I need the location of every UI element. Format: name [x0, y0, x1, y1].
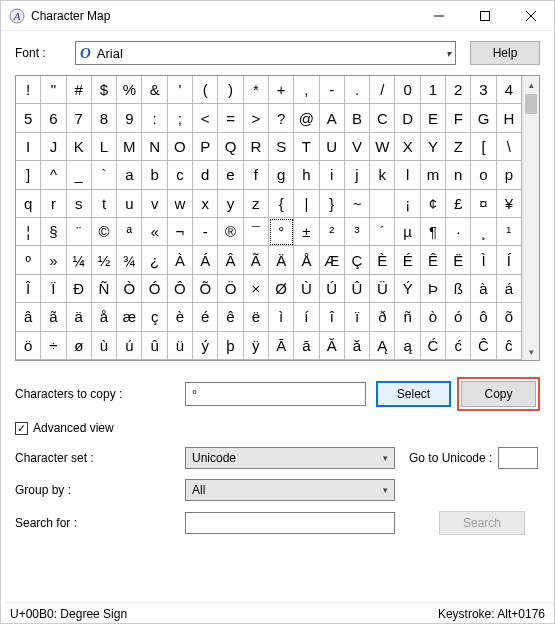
- character-cell[interactable]: -: [193, 218, 218, 246]
- character-cell[interactable]: Ą: [370, 332, 395, 360]
- character-cell[interactable]: ¹: [497, 218, 522, 246]
- character-cell[interactable]: ö: [16, 332, 41, 360]
- character-cell[interactable]: :: [142, 104, 167, 132]
- scroll-up-icon[interactable]: ▴: [523, 76, 539, 93]
- character-cell[interactable]: e: [218, 161, 243, 189]
- character-cell[interactable]: ¨: [67, 218, 92, 246]
- character-cell[interactable]: 4: [497, 76, 522, 104]
- grid-scrollbar[interactable]: ▴ ▾: [522, 76, 539, 360]
- character-cell[interactable]: Å: [294, 246, 319, 274]
- character-cell[interactable]: ù: [92, 332, 117, 360]
- character-cell[interactable]: D: [395, 104, 420, 132]
- character-cell[interactable]: æ: [117, 303, 142, 331]
- minimize-button[interactable]: [416, 1, 462, 31]
- character-cell[interactable]: p: [497, 161, 522, 189]
- character-cell[interactable]: ó: [446, 303, 471, 331]
- goto-unicode-input[interactable]: [498, 447, 538, 469]
- character-cell[interactable]: h: [294, 161, 319, 189]
- character-cell[interactable]: Á: [193, 246, 218, 274]
- character-cell[interactable]: ·: [446, 218, 471, 246]
- character-cell[interactable]: C: [370, 104, 395, 132]
- character-cell[interactable]: a: [117, 161, 142, 189]
- character-cell[interactable]: â: [16, 303, 41, 331]
- character-cell[interactable]: ø: [67, 332, 92, 360]
- character-cell[interactable]: 9: [117, 104, 142, 132]
- character-cell[interactable]: X: [395, 133, 420, 161]
- character-cell[interactable]: ¯: [244, 218, 269, 246]
- character-cell[interactable]: R: [244, 133, 269, 161]
- character-cell[interactable]: l: [395, 161, 420, 189]
- character-cell[interactable]: ¥: [497, 190, 522, 218]
- character-cell[interactable]: Q: [218, 133, 243, 161]
- character-cell[interactable]: ÿ: [244, 332, 269, 360]
- character-cell[interactable]: ½: [92, 246, 117, 274]
- character-cell[interactable]: ¦: [16, 218, 41, 246]
- character-cell[interactable]: B: [345, 104, 370, 132]
- character-cell[interactable]: o: [471, 161, 496, 189]
- character-cell[interactable]: \: [497, 133, 522, 161]
- character-cell[interactable]: è: [168, 303, 193, 331]
- character-cell[interactable]: É: [395, 246, 420, 274]
- character-cell[interactable]: 7: [67, 104, 92, 132]
- character-cell[interactable]: ã: [41, 303, 66, 331]
- character-cell[interactable]: î: [320, 303, 345, 331]
- character-cell[interactable]: j: [345, 161, 370, 189]
- character-cell[interactable]: º: [16, 246, 41, 274]
- character-cell[interactable]: ª: [117, 218, 142, 246]
- character-cell[interactable]: ą: [395, 332, 420, 360]
- character-cell[interactable]: <: [193, 104, 218, 132]
- character-cell[interactable]: á: [497, 275, 522, 303]
- character-cell[interactable]: W: [370, 133, 395, 161]
- character-cell[interactable]: i: [320, 161, 345, 189]
- character-cell[interactable]: µ: [395, 218, 420, 246]
- character-cell[interactable]: =: [218, 104, 243, 132]
- character-cell[interactable]: ": [41, 76, 66, 104]
- character-cell[interactable]: À: [168, 246, 193, 274]
- character-cell[interactable]: ¼: [67, 246, 92, 274]
- scroll-down-icon[interactable]: ▾: [523, 343, 539, 360]
- character-cell[interactable]: Y: [421, 133, 446, 161]
- character-cell[interactable]: P: [193, 133, 218, 161]
- character-cell[interactable]: ä: [67, 303, 92, 331]
- character-cell[interactable]: ĉ: [497, 332, 522, 360]
- character-cell[interactable]: Ç: [345, 246, 370, 274]
- character-cell[interactable]: T: [294, 133, 319, 161]
- character-cell[interactable]: 6: [41, 104, 66, 132]
- character-cell[interactable]: »: [41, 246, 66, 274]
- character-cell[interactable]: q: [16, 190, 41, 218]
- character-cell[interactable]: !: [16, 76, 41, 104]
- character-cell[interactable]: ©: [92, 218, 117, 246]
- character-cell[interactable]: ć: [446, 332, 471, 360]
- character-cell[interactable]: ¿: [142, 246, 167, 274]
- character-cell[interactable]: ): [218, 76, 243, 104]
- character-cell[interactable]: [: [471, 133, 496, 161]
- character-cell[interactable]: O: [168, 133, 193, 161]
- character-cell[interactable]: ü: [168, 332, 193, 360]
- character-cell[interactable]: n: [446, 161, 471, 189]
- character-cell[interactable]: ~: [345, 190, 370, 218]
- character-cell[interactable]: ß: [446, 275, 471, 303]
- character-cell[interactable]: Ä: [269, 246, 294, 274]
- character-cell[interactable]: 8: [92, 104, 117, 132]
- character-cell[interactable]: å: [92, 303, 117, 331]
- character-cell[interactable]: È: [370, 246, 395, 274]
- character-cell[interactable]: ă: [345, 332, 370, 360]
- character-cell[interactable]: (: [193, 76, 218, 104]
- character-cell[interactable]: Ê: [421, 246, 446, 274]
- character-cell[interactable]: Ö: [218, 275, 243, 303]
- character-cell[interactable]: m: [421, 161, 446, 189]
- character-cell[interactable]: F: [446, 104, 471, 132]
- character-cell[interactable]: ¸: [471, 218, 496, 246]
- character-cell[interactable]: U: [320, 133, 345, 161]
- character-cell[interactable]: Ă: [320, 332, 345, 360]
- character-cell[interactable]: ´: [370, 218, 395, 246]
- character-cell[interactable]: ë: [244, 303, 269, 331]
- character-cell[interactable]: Ú: [320, 275, 345, 303]
- characters-to-copy-input[interactable]: °: [185, 382, 366, 406]
- character-cell[interactable]: ç: [142, 303, 167, 331]
- character-cell[interactable]: +: [269, 76, 294, 104]
- character-cell[interactable]: @: [294, 104, 319, 132]
- character-cell[interactable]: ×: [244, 275, 269, 303]
- character-cell[interactable]: Õ: [193, 275, 218, 303]
- character-cell[interactable]: x: [193, 190, 218, 218]
